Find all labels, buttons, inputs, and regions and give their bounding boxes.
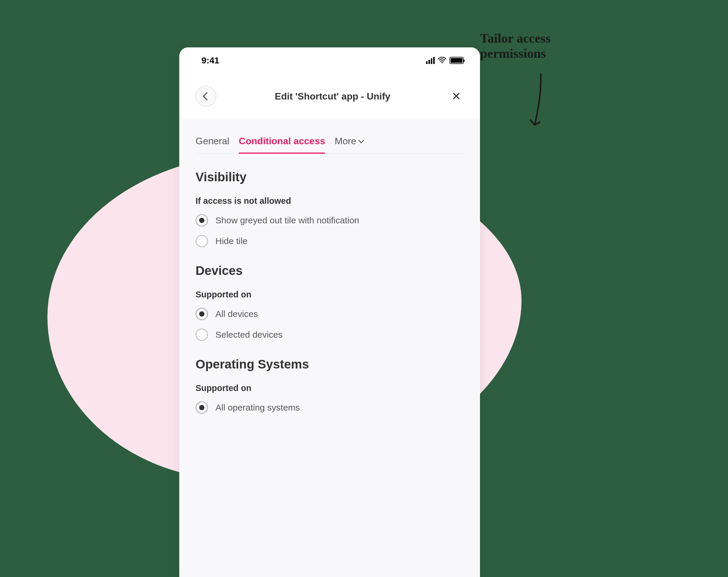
section-visibility: Visibility If access is not allowed Show… [196,170,464,247]
radio-icon [196,308,208,320]
status-time: 9:41 [202,55,219,65]
content-area: General Conditional access More Visibili… [179,120,480,577]
annotation-line-2: permissions [480,46,550,61]
battery-icon [449,57,464,64]
tabs: General Conditional access More [196,120,464,154]
svg-point-0 [441,62,443,63]
tab-general[interactable]: General [196,136,229,154]
phone-frame: 9:41 Edit 'Shortcut' app - Unify ✕ [179,47,480,577]
radio-label: All devices [215,309,258,319]
close-button[interactable]: ✕ [449,89,464,104]
tab-conditional-access[interactable]: Conditional access [239,136,325,154]
tab-more-label: More [335,136,356,147]
header: Edit 'Shortcut' app - Unify ✕ [179,74,480,120]
tab-more[interactable]: More [335,136,363,154]
devices-title: Devices [196,264,464,278]
os-sublabel: Supported on [196,383,464,393]
radio-show-greyed[interactable]: Show greyed out tile with notification [196,214,464,227]
radio-all-os[interactable]: All operating systems [196,401,464,414]
status-bar: 9:41 [179,47,480,74]
radio-hide-tile[interactable]: Hide tile [196,235,464,247]
radio-label: Show greyed out tile with notification [215,215,359,226]
radio-label: Hide tile [215,236,248,246]
radio-all-devices[interactable]: All devices [196,308,464,320]
section-devices: Devices Supported on All devices Selecte… [196,264,464,341]
os-title: Operating Systems [196,357,464,371]
page-title: Edit 'Shortcut' app - Unify [275,91,390,102]
radio-label: All operating systems [215,402,300,413]
radio-icon [196,329,208,341]
devices-sublabel: Supported on [196,290,464,299]
annotation-line-1: Tailor access [480,31,550,46]
cellular-signal-icon [426,57,435,64]
annotation-text: Tailor access permissions [480,31,550,61]
radio-icon [196,214,208,227]
visibility-sublabel: If access is not allowed [196,196,464,206]
section-operating-systems: Operating Systems Supported on All opera… [196,357,464,414]
status-icons [426,57,464,64]
annotation-arrow [524,71,548,136]
wifi-icon [438,57,446,64]
radio-icon [196,235,208,247]
radio-icon [196,401,208,414]
radio-label: Selected devices [215,330,283,340]
chevron-down-icon [358,137,364,143]
chevron-left-icon [203,92,211,100]
back-button[interactable] [196,86,216,107]
radio-selected-devices[interactable]: Selected devices [196,329,464,341]
visibility-title: Visibility [196,170,464,184]
close-icon: ✕ [451,90,461,103]
